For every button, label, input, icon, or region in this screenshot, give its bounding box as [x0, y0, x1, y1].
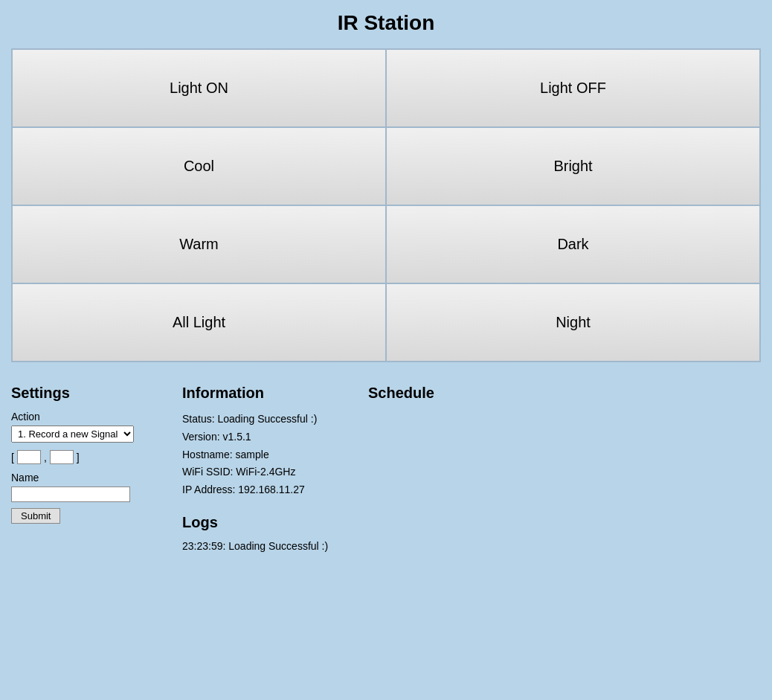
logs-title: Logs — [182, 514, 346, 531]
status-text: Status: Loading Successful :) — [182, 411, 346, 428]
warm-button[interactable]: Warm — [13, 206, 385, 283]
info-title: Information — [182, 385, 346, 402]
hostname-text: Hostname: sample — [182, 446, 346, 464]
position-label-bracket-open: [ — [11, 452, 14, 463]
info-panel: Information Status: Loading Successful :… — [182, 385, 346, 552]
light-off-button[interactable]: Light OFF — [387, 50, 759, 126]
position-row-input[interactable] — [17, 450, 41, 464]
name-section: Name Submit — [11, 472, 160, 524]
ip-address-text: IP Address: 192.168.11.27 — [182, 481, 346, 499]
page-title: IR Station — [11, 11, 761, 35]
wifi-ssid-text: WiFi SSID: WiFi-2.4GHz — [182, 463, 346, 481]
logs-section: Logs 23:23:59: Loading Successful :) — [182, 514, 346, 552]
light-on-button[interactable]: Light ON — [13, 50, 385, 126]
name-label: Name — [11, 472, 160, 484]
dark-button[interactable]: Dark — [387, 206, 759, 283]
position-label-bracket-close: ] — [77, 452, 80, 463]
submit-button[interactable]: Submit — [11, 508, 60, 524]
position-comma: , — [44, 452, 47, 463]
night-button[interactable]: Night — [387, 284, 759, 361]
action-label: Action — [11, 411, 160, 423]
position-col-input[interactable] — [50, 450, 74, 464]
version-text: Version: v1.5.1 — [182, 428, 346, 446]
action-select[interactable]: 1. Record a new Signal — [11, 426, 134, 443]
button-grid: Light ON Light OFF Cool Bright Warm Dark… — [11, 48, 761, 362]
position-row: [ , ] — [11, 450, 160, 464]
settings-title: Settings — [11, 385, 160, 402]
schedule-title: Schedule — [368, 385, 480, 402]
name-input[interactable] — [11, 487, 130, 502]
log-entry-1: 23:23:59: Loading Successful :) — [182, 540, 346, 552]
bright-button[interactable]: Bright — [387, 128, 759, 205]
info-text: Status: Loading Successful :) Version: v… — [182, 411, 346, 499]
settings-panel: Settings Action 1. Record a new Signal [… — [11, 385, 160, 524]
all-light-button[interactable]: All Light — [13, 284, 385, 361]
cool-button[interactable]: Cool — [13, 128, 385, 205]
schedule-panel: Schedule — [368, 385, 480, 411]
bottom-section: Settings Action 1. Record a new Signal [… — [11, 385, 761, 552]
